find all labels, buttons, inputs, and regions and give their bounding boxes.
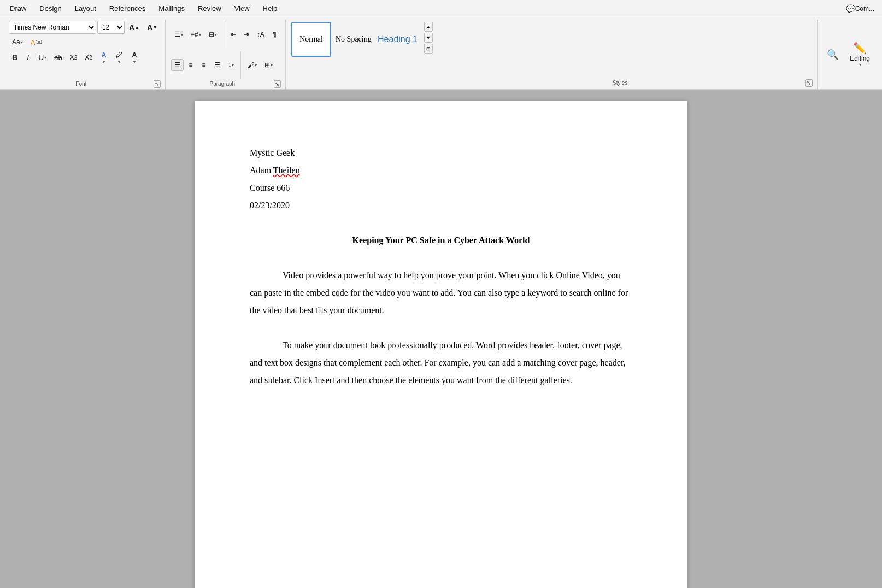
doc-line-3: Course 666 (250, 179, 632, 197)
align-left-btn[interactable]: ☰ (171, 59, 184, 71)
font-name-select[interactable]: Times New Roman (9, 21, 96, 34)
doc-title: Keeping Your PC Safe in a Cyber Attack W… (250, 232, 632, 249)
styles-label: Styles (435, 79, 805, 87)
strikethrough-btn[interactable]: ab (51, 51, 65, 63)
menu-view[interactable]: View (229, 2, 255, 15)
borders-btn[interactable]: ⊞▾ (261, 59, 276, 71)
document-page: Mystic Geek Adam Theilen Course 666 02/2… (195, 101, 687, 588)
font-size-select[interactable]: 12 (97, 21, 125, 34)
doc-line-2: Adam Theilen (250, 162, 632, 179)
styles-scrollbar: ▲ ▼ ⊞ (424, 22, 433, 54)
superscript-btn[interactable]: X2 (81, 51, 96, 63)
font-section: Times New Roman 12 A▲ A▼ Aa▾ A⌫ B I U▾ a… (4, 20, 166, 89)
styles-expand-btn[interactable]: ⤡ (805, 79, 813, 87)
menu-mailings[interactable]: Mailings (153, 2, 190, 15)
right-toolbar: 🔍 ✏️ Editing ▾ (819, 20, 878, 89)
multilevel-btn[interactable]: ⊟▾ (205, 28, 220, 40)
font-label: Font (9, 80, 154, 88)
decrease-font-btn[interactable]: A▼ (144, 21, 161, 33)
doc-name-squiggly: Theilen (273, 166, 300, 175)
font-color-btn[interactable]: A ▾ (97, 51, 111, 63)
doc-para-1: Video provides a powerful way to help yo… (250, 267, 632, 319)
decrease-indent-btn[interactable]: ⇤ (227, 28, 239, 40)
menu-review[interactable]: Review (192, 2, 227, 15)
font-color-red-btn[interactable]: A ▾ (127, 51, 142, 63)
increase-font-btn[interactable]: A▲ (126, 21, 143, 33)
paragraph-section: ☰▾ ≡#▾ ⊟▾ ⇤ ⇥ ↕A ¶ ☰ ≡ ≡ ☰ ↕▾ 🖌▾ ⊞▾ Para… (167, 20, 286, 89)
subscript-btn[interactable]: X2 (67, 51, 81, 63)
doc-line-1: Mystic Geek (250, 144, 632, 162)
underline-btn[interactable]: U▾ (35, 51, 50, 63)
menu-help[interactable]: Help (257, 2, 283, 15)
show-formatting-btn[interactable]: ¶ (269, 28, 281, 40)
font-expand-btn[interactable]: ⤡ (154, 80, 161, 88)
case-btn[interactable]: Aa▾ (9, 36, 26, 48)
doc-para-2: To make your document look professionall… (250, 337, 632, 389)
numbering-btn[interactable]: ≡#▾ (187, 28, 204, 40)
paragraph-label: Paragraph (171, 80, 274, 88)
justify-btn[interactable]: ☰ (211, 59, 224, 71)
paragraph-expand-btn[interactable]: ⤡ (274, 80, 281, 88)
bullets-btn[interactable]: ☰▾ (171, 28, 186, 40)
menu-draw[interactable]: Draw (4, 2, 32, 15)
style-heading1[interactable]: Heading 1 (375, 22, 419, 57)
menu-references[interactable]: References (104, 2, 151, 15)
line-spacing-btn[interactable]: ↕▾ (225, 59, 237, 71)
styles-section: Normal No Spacing Heading 1 ▲ ▼ ⊞ Styles… (287, 20, 818, 89)
document-container: Mystic Geek Adam Theilen Course 666 02/2… (0, 90, 882, 588)
align-center-btn[interactable]: ≡ (185, 59, 197, 71)
comment-button[interactable]: 💬 Com... (843, 3, 878, 15)
increase-indent-btn[interactable]: ⇥ (240, 28, 252, 40)
sort-btn[interactable]: ↕A (254, 28, 268, 40)
styles-expand[interactable]: ⊞ (424, 44, 433, 54)
menu-layout[interactable]: Layout (69, 2, 102, 15)
clear-format-btn[interactable]: A⌫ (27, 36, 46, 48)
doc-line-4: 02/23/2020 (250, 197, 632, 214)
style-no-spacing[interactable]: No Spacing (333, 22, 373, 57)
highlight-btn[interactable]: 🖊 ▾ (112, 51, 126, 63)
search-btn[interactable]: 🔍 (824, 49, 842, 61)
menu-design[interactable]: Design (34, 2, 67, 15)
styles-scroll-down[interactable]: ▼ (424, 33, 433, 43)
editing-btn[interactable]: ✏️ Editing ▾ (846, 39, 873, 69)
style-normal[interactable]: Normal (291, 22, 332, 57)
align-right-btn[interactable]: ≡ (198, 59, 210, 71)
italic-btn[interactable]: I (22, 51, 34, 63)
bold-btn[interactable]: B (9, 51, 21, 63)
styles-scroll-up[interactable]: ▲ (424, 22, 433, 32)
shading-btn[interactable]: 🖌▾ (244, 59, 260, 71)
